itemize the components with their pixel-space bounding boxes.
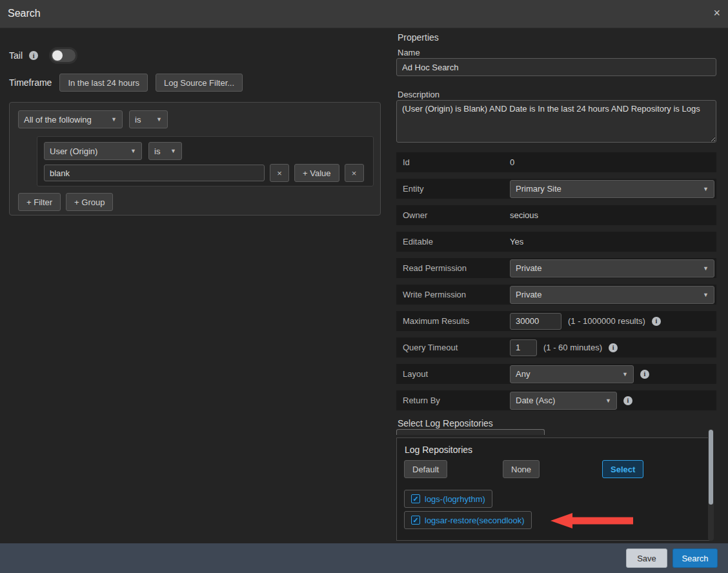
- row-label: Maximum Results: [396, 316, 510, 326]
- return-by-info-icon[interactable]: [623, 396, 632, 405]
- table-row-id: Id 0: [396, 152, 716, 172]
- dialog-footer: Save Search: [0, 543, 728, 573]
- row-label: Read Permission: [396, 263, 510, 273]
- row-label: Entity: [396, 184, 510, 194]
- tail-info-icon[interactable]: [29, 51, 38, 60]
- maximum-results-info-icon[interactable]: [652, 317, 661, 326]
- add-group-button[interactable]: + Group: [66, 193, 113, 211]
- properties-panel: Properties Name Description (User (Origi…: [392, 28, 728, 543]
- table-row-editable: Editable Yes: [396, 232, 716, 252]
- group-condition-value: is: [135, 115, 141, 125]
- entity-value: Primary Site: [516, 184, 561, 194]
- clipped-scrolled-element: [396, 429, 545, 435]
- filter-value-row: × + Value ×: [44, 164, 364, 182]
- filter-group-buttons: + Filter + Group: [18, 193, 113, 211]
- maximum-results-input[interactable]: [510, 313, 561, 330]
- filter-condition-select[interactable]: is: [148, 142, 182, 160]
- add-filter-button[interactable]: + Filter: [18, 193, 61, 211]
- tail-toggle[interactable]: [51, 49, 76, 62]
- layout-value: Any: [516, 369, 530, 379]
- chevron-down-icon: [156, 116, 162, 123]
- search-criteria-panel: Tail Timeframe In the last 24 hours Log …: [0, 28, 392, 543]
- filter-value-input[interactable]: [44, 165, 265, 181]
- chevron-down-icon: [111, 116, 117, 123]
- chevron-down-icon: [703, 186, 709, 192]
- entity-select[interactable]: Primary Site: [510, 180, 714, 198]
- chevron-down-icon: [170, 148, 176, 154]
- log-source-filter-button[interactable]: Log Source Filter...: [156, 74, 243, 92]
- description-label: Description: [398, 90, 440, 99]
- layout-info-icon[interactable]: [640, 370, 649, 379]
- read-permission-value: Private: [516, 263, 541, 273]
- chevron-down-icon: [703, 265, 709, 272]
- repository-label: logsar-restore(secondlook): [425, 516, 525, 525]
- group-operator-select[interactable]: All of the following: [18, 110, 123, 128]
- tail-row: Tail: [9, 49, 76, 62]
- checkbox-checked-icon: [411, 494, 420, 503]
- search-button[interactable]: Search: [672, 548, 718, 568]
- chevron-down-icon: [622, 371, 628, 377]
- properties-heading: Properties: [398, 32, 439, 43]
- return-by-value: Date (Asc): [516, 396, 555, 405]
- timeframe-row: Timeframe In the last 24 hours Log Sourc…: [9, 74, 243, 92]
- filter-field-select[interactable]: User (Origin): [44, 142, 142, 160]
- dialog-titlebar: Search ×: [0, 0, 728, 28]
- row-label: Return By: [396, 396, 510, 405]
- layout-select[interactable]: Any: [510, 365, 634, 383]
- write-permission-value: Private: [516, 290, 541, 299]
- table-row-maximum-results: Maximum Results (1 - 1000000 results): [396, 311, 716, 331]
- owner-value: secious: [510, 210, 538, 220]
- chevron-down-icon: [703, 292, 709, 298]
- add-value-button[interactable]: + Value: [294, 164, 339, 182]
- description-textarea[interactable]: (User (Origin) is Blank) AND Date is In …: [396, 100, 716, 143]
- repository-checkbox-logs-logrhythm[interactable]: logs-(logrhythm): [404, 490, 492, 508]
- close-icon[interactable]: ×: [713, 6, 720, 20]
- query-timeout-input[interactable]: [510, 339, 537, 356]
- row-label: Owner: [396, 210, 510, 220]
- return-by-select[interactable]: Date (Asc): [510, 392, 617, 410]
- properties-table: Id 0 Entity Primary Site Owner secious E…: [396, 152, 716, 410]
- default-button[interactable]: Default: [404, 460, 447, 478]
- filter-group-box: All of the following is User (Origin) is: [9, 102, 381, 216]
- name-label: Name: [398, 48, 420, 57]
- table-row-write-permission: Write Permission Private: [396, 285, 716, 305]
- table-row-layout: Layout Any: [396, 364, 716, 384]
- timeframe-label: Timeframe: [9, 77, 52, 88]
- red-arrow-annotation: [549, 512, 636, 530]
- group-operator-value: All of the following: [24, 115, 92, 125]
- filter-field-value: User (Origin): [50, 146, 97, 156]
- query-timeout-info-icon[interactable]: [609, 343, 618, 352]
- query-timeout-hint: (1 - 60 minutes): [543, 343, 602, 352]
- row-label: Id: [396, 157, 510, 167]
- select-log-repositories-heading: Select Log Repositories: [398, 418, 493, 428]
- timeframe-button[interactable]: In the last 24 hours: [59, 74, 148, 92]
- clear-value-button[interactable]: ×: [270, 164, 289, 182]
- remove-filter-button[interactable]: ×: [345, 164, 364, 182]
- maximum-results-hint: (1 - 1000000 results): [568, 316, 645, 326]
- dialog-title: Search: [8, 8, 41, 19]
- none-button[interactable]: None: [503, 460, 540, 478]
- table-row-entity: Entity Primary Site: [396, 179, 716, 199]
- editable-value: Yes: [510, 237, 523, 246]
- chevron-down-icon: [605, 397, 611, 404]
- group-operator-row: All of the following is: [18, 110, 168, 128]
- select-button[interactable]: Select: [602, 460, 643, 478]
- table-row-query-timeout: Query Timeout (1 - 60 minutes): [396, 337, 716, 357]
- repository-checkbox-logsar-restore-secondlook[interactable]: logsar-restore(secondlook): [404, 511, 532, 529]
- name-input[interactable]: [396, 58, 716, 76]
- write-permission-select[interactable]: Private: [510, 286, 714, 304]
- checkbox-checked-icon: [411, 516, 420, 525]
- group-condition-select[interactable]: is: [129, 110, 168, 128]
- filter-row-box: User (Origin) is × + Value ×: [37, 136, 374, 186]
- log-repositories-title: Log Repositories: [405, 445, 472, 455]
- row-label: Query Timeout: [396, 343, 510, 352]
- scrollbar-thumb[interactable]: [709, 430, 713, 505]
- table-row-read-permission: Read Permission Private: [396, 258, 716, 278]
- row-label: Write Permission: [396, 290, 510, 299]
- filter-field-row: User (Origin) is: [44, 142, 182, 160]
- row-label: Layout: [396, 369, 510, 379]
- save-button[interactable]: Save: [626, 548, 667, 568]
- vertical-scrollbar[interactable]: [708, 429, 714, 541]
- read-permission-select[interactable]: Private: [510, 259, 714, 277]
- filter-condition-value: is: [154, 146, 160, 156]
